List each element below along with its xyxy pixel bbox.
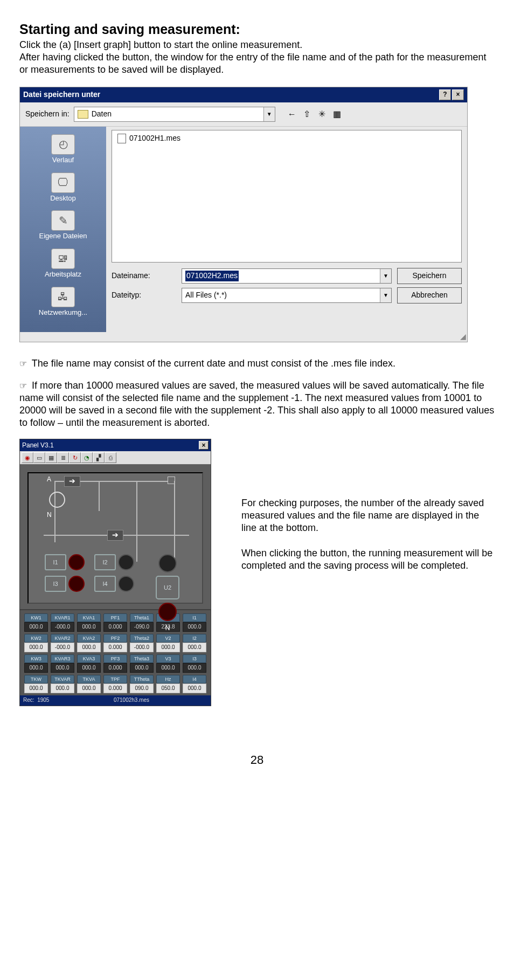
save-button[interactable]: Speichern [397,268,462,284]
folder-icon [78,110,88,119]
filetype-label: Dateityp: [112,291,176,300]
places-bar: ◴ Verlauf 🖵 Desktop ✎ Eigene Dateien 🖳 A… [20,127,106,332]
grid-value: 000.0 [183,684,206,693]
toolbar-list-icon[interactable]: ≣ [57,452,69,463]
grid-header: KW3 [24,654,48,663]
filename-label: Dateiname: [112,271,176,281]
grid-header: TKW [24,675,48,684]
ammeter-row-2: I3 I4 [45,576,134,592]
grid-header: I3 [183,654,206,663]
up-one-level-icon[interactable]: ⇧ [301,108,313,120]
toolbar-stop-icon[interactable]: ▭ [33,452,45,463]
grid-header: KVA3 [77,654,101,663]
file-name: 071002H1.mes [129,134,180,143]
chevron-down-icon[interactable]: ▼ [380,269,391,283]
meter-icon [118,576,134,592]
grid-header: TTheta [130,675,154,684]
arrow-icon: ➔ [107,530,123,541]
grid-value: 000.0 [156,663,180,673]
dialog-titlebar[interactable]: Datei speichern unter ? × [20,87,467,102]
grid-value: 000.0 [24,684,48,693]
grid-header: PF1 [103,613,127,622]
diagram-label-N: N [47,511,52,519]
grid-header: TKVA [77,675,101,684]
grid-header: Theta2 [130,634,154,643]
grid-value: 000.0 [77,622,101,632]
filename-input[interactable]: 071002H2.mes ▼ [182,268,392,284]
grid-header: I1 [183,613,206,622]
panel-toolbar: ◉ ▭ ▦ ≣ ↻ ◔ ▞ ⎙ [20,451,211,465]
voltmeter-block: U2 N [156,554,179,632]
grid-header: KVA1 [77,613,101,622]
new-folder-icon[interactable]: ✳ [316,108,328,120]
place-arbeitsplatz[interactable]: 🖳 Arbeitsplatz [21,249,105,279]
ammeter-row-1: I1 I2 [45,554,134,570]
grid-header: KVA2 [77,634,101,643]
resize-grip[interactable]: ◢ [20,332,467,342]
panel-titlebar[interactable]: Panel V3.1 × [20,439,211,451]
save-in-value: Daten [92,109,112,119]
grid-header: TKVAR [51,675,74,684]
grid-header: KW1 [24,613,48,622]
status-rec-label: Rec: [23,697,34,703]
file-icon [117,134,126,143]
file-item[interactable]: 071002H1.mes [117,134,456,143]
grid-value: 0.000 [103,663,127,673]
grid-header: I2 [183,634,206,643]
note-1: ☞ The file name may consist of the curre… [19,357,495,370]
toolbar-grid-icon[interactable]: ▦ [45,452,57,463]
help-button[interactable]: ? [439,89,451,100]
grid-value: 050.0 [156,684,180,693]
arrow-icon: ➔ [64,476,80,487]
back-icon[interactable]: ← [286,108,298,120]
note-text: The file name may consist of the current… [32,358,395,369]
right-column: For checking purposes, the number of the… [241,439,495,585]
panel-statusbar: Rec: 1905 071002h3.mes [20,695,211,706]
chevron-down-icon[interactable]: ▼ [380,288,391,302]
grid-value: 000.0 [183,622,206,632]
toolbar-record-icon[interactable]: ◉ [22,452,33,463]
ammeter-I4: I4 [94,576,116,592]
filename-value: 071002H2.mes [185,271,239,281]
grid-value: -090.0 [130,622,154,632]
grid-value: -000.0 [51,622,74,632]
grid-value: 000.0 [130,663,154,673]
place-desktop[interactable]: 🖵 Desktop [21,172,105,203]
coil-icon [49,492,65,508]
file-list[interactable]: 071002H1.mes [112,130,462,263]
filetype-dropdown[interactable]: All Files (*.*) ▼ [182,288,392,303]
grid-value: 000.0 [77,663,101,673]
section-intro: Click the (a) [Insert graph] button to s… [19,39,495,76]
ammeter-I3: I3 [45,576,66,592]
grid-header: KVAR3 [51,654,74,663]
panel-close-button[interactable]: × [199,441,209,450]
cancel-button[interactable]: Abbrechen [397,287,462,303]
ammeter-I1: I1 [45,554,66,570]
toolbar-gauge-icon[interactable]: ◔ [81,452,93,463]
right-paragraph-1: For checking purposes, the number of the… [241,497,495,534]
toolbar-chart-icon[interactable]: ▞ [93,452,105,463]
place-netzwerk[interactable]: 🖧 Netzwerkumg... [21,287,105,318]
grid-header: Theta3 [130,654,154,663]
place-label: Verlauf [21,156,105,165]
meter-icon [158,554,177,572]
grid-value: 000.0 [24,643,48,652]
meter-icon [158,603,177,621]
save-dialog: Datei speichern unter ? × Speichern in: … [19,87,468,342]
place-eigene-dateien[interactable]: ✎ Eigene Dateien [21,210,105,241]
grid-value: 0.000 [103,684,127,693]
toolbar-export-icon[interactable]: ⎙ [105,452,116,463]
toolbar-refresh-icon[interactable]: ↻ [69,452,81,463]
meter-icon [68,554,85,570]
save-in-dropdown[interactable]: Daten ▼ [74,107,275,122]
grid-value: 000.0 [51,663,74,673]
place-label: Netzwerkumg... [21,308,105,318]
meter-icon [118,554,134,570]
voltmeter-U2: U2 [156,576,179,599]
chevron-down-icon[interactable]: ▼ [263,107,275,121]
ammeter-I2: I2 [94,554,116,570]
close-button[interactable]: × [452,89,464,100]
place-verlauf[interactable]: ◴ Verlauf [21,134,105,165]
views-icon[interactable]: ▦ [331,108,343,120]
section-heading: Starting and saving measurement: [19,20,495,38]
